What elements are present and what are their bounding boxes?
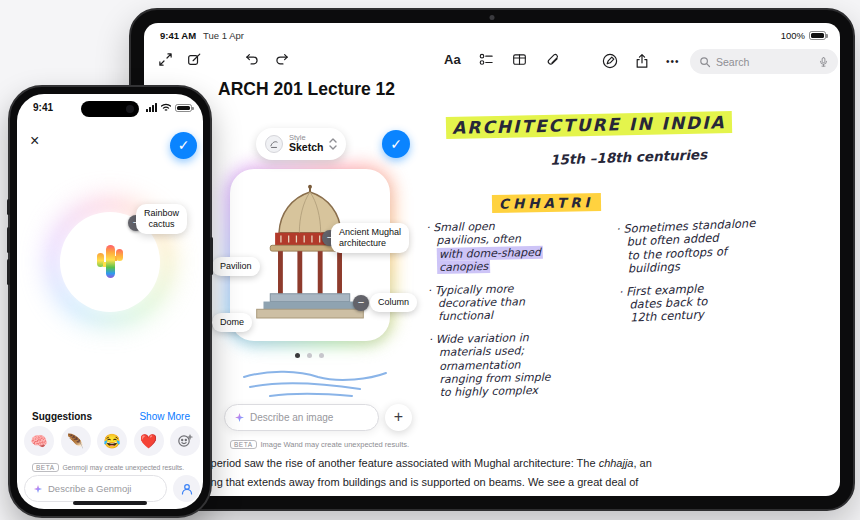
search-icon (699, 56, 711, 68)
label-chip-ancient-mughal[interactable]: Ancient Mughal architecture (331, 223, 409, 253)
label-chip-rainbow-cactus[interactable]: Rainbow cactus (136, 204, 187, 234)
handwritten-section-title: CHHATRI (492, 194, 601, 212)
volume-down-button (7, 259, 10, 285)
person-avatar-button[interactable] (173, 475, 200, 502)
ipad-status-time: 9:41 AM (160, 30, 196, 41)
genmoji-beta-note: BETA Genmoji may create unexpected resul… (32, 463, 184, 472)
battery-icon (809, 31, 826, 40)
note-title[interactable]: ARCH 201 Lecture 12 (218, 79, 395, 100)
page-dot[interactable] (319, 353, 324, 358)
style-swatch-icon (265, 135, 283, 153)
handwritten-column-right: · Sometimes standalone but often added t… (616, 217, 760, 326)
signal-icon (146, 103, 157, 112)
style-picker-text: Style Sketch (289, 134, 323, 154)
ipad-status-bar-left: 9:41 AMTue 1 Apr (160, 30, 244, 41)
share-icon[interactable] (634, 53, 650, 69)
add-emoji-icon[interactable] (170, 426, 200, 456)
generated-image-card[interactable] (230, 169, 390, 341)
iphone-status-icons (146, 103, 192, 112)
pencil-sketch-squiggle (240, 365, 390, 399)
genmoji-screen: 9:41 × ✓ − Rainbow cactus (17, 94, 203, 509)
search-field[interactable] (690, 49, 838, 74)
suggestion-emoji[interactable]: ❤️ (134, 426, 164, 456)
rainbow-cactus-emoji (94, 244, 126, 280)
table-icon[interactable] (512, 52, 527, 67)
note-paragraph: s period saw the rise of another feature… (202, 454, 712, 491)
image-pagination-dots[interactable] (295, 353, 324, 358)
checklist-icon[interactable] (479, 52, 494, 67)
label-chip-pavilion[interactable]: Pavilion (212, 257, 260, 276)
sparkle-icon (33, 484, 43, 494)
beta-badge: BETA (32, 463, 59, 472)
style-picker[interactable]: Style Sketch (256, 128, 346, 160)
ipad-status-bar-right: 100% (781, 30, 826, 41)
wifi-icon (160, 103, 172, 112)
suggestion-emoji[interactable]: 😂 (97, 426, 127, 456)
close-icon[interactable]: × (30, 132, 39, 150)
handwritten-subheading: 15th –18th centuries (550, 146, 708, 167)
redo-icon[interactable] (274, 52, 290, 67)
genmoji-confirm-button[interactable]: ✓ (170, 132, 197, 159)
iphone-device: 9:41 × ✓ − Rainbow cactus (8, 85, 212, 518)
attachment-icon[interactable] (545, 52, 560, 67)
image-wand-beta-note: BETA Image Wand may create unexpected re… (230, 440, 409, 449)
image-wand-confirm-button[interactable]: ✓ (382, 130, 410, 158)
chevron-up-down-icon (329, 138, 337, 150)
more-options-icon[interactable]: ••• (666, 56, 680, 67)
page-dot[interactable] (295, 353, 300, 358)
power-button (210, 237, 213, 275)
label-chip-dome[interactable]: Dome (212, 313, 252, 332)
suggestion-emoji[interactable]: 🪶 (61, 426, 91, 456)
expand-icon[interactable] (158, 52, 173, 67)
home-indicator[interactable] (73, 501, 147, 505)
dynamic-island (81, 101, 139, 117)
mute-switch (7, 199, 10, 215)
sparkle-icon (234, 412, 245, 423)
remove-label-button[interactable]: − (353, 295, 369, 311)
suggestions-title: Suggestions (32, 411, 92, 422)
search-input[interactable] (716, 56, 813, 68)
mic-icon[interactable] (818, 56, 829, 68)
volume-up-button (7, 227, 10, 253)
toolbar-right-group: ••• (602, 53, 680, 69)
label-chip-column[interactable]: Column (370, 293, 417, 312)
suggestions-row: 🧠 🪶 😂 ❤️ (24, 426, 200, 456)
add-image-button[interactable]: + (385, 404, 412, 431)
iphone-status-time: 9:41 (33, 102, 53, 113)
ipad-battery-percent: 100% (781, 30, 805, 41)
notes-app-screen: 9:41 AMTue 1 Apr 100% Aa (144, 23, 840, 496)
battery-icon (175, 104, 192, 113)
suggestion-emoji[interactable]: 🧠 (24, 426, 54, 456)
handwritten-heading: ARCHITECTURE IN INDIA (446, 112, 732, 138)
ipad-device: 9:41 AMTue 1 Apr 100% Aa (129, 8, 855, 511)
toolbar-center-group: Aa (444, 52, 560, 67)
compose-icon[interactable] (187, 52, 202, 67)
describe-image-field[interactable] (224, 404, 379, 431)
stage: 9:41 AMTue 1 Apr 100% Aa (0, 0, 860, 520)
text-format-icon[interactable]: Aa (444, 52, 461, 67)
style-value: Sketch (289, 142, 323, 154)
describe-genmoji-field[interactable] (24, 475, 167, 502)
undo-icon[interactable] (244, 52, 260, 67)
describe-genmoji-input[interactable] (48, 483, 158, 494)
describe-image-input[interactable] (250, 412, 369, 423)
ipad-camera (490, 15, 495, 20)
ipad-status-date: Tue 1 Apr (203, 30, 244, 41)
handwritten-column-left: · Small open pavilions, often with dome-… (426, 219, 551, 400)
page-dot[interactable] (307, 353, 312, 358)
markup-pen-icon[interactable] (602, 53, 618, 69)
toolbar-left-group (158, 52, 290, 67)
beta-badge: BETA (230, 440, 257, 449)
show-more-link[interactable]: Show More (139, 411, 190, 422)
